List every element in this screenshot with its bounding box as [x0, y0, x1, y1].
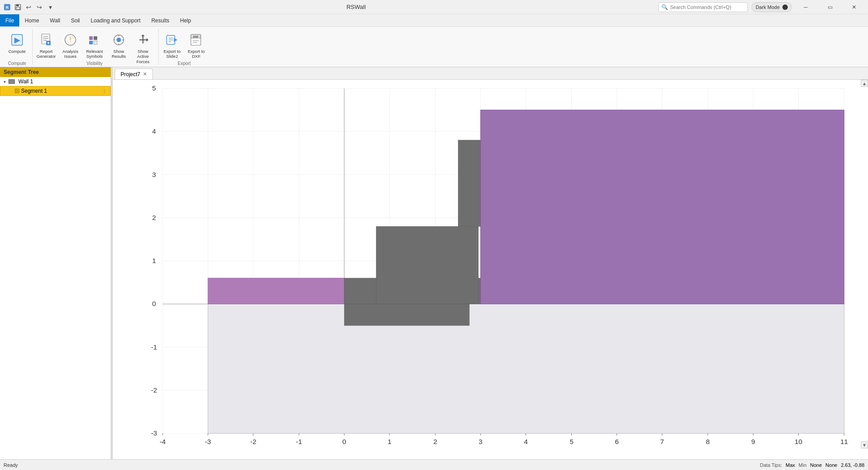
- titlebar: R ↩ ↪ ▾ RSWall 🔍 Dark Mode ─ ▭ ✕: [0, 0, 868, 14]
- save-icon[interactable]: [14, 4, 22, 11]
- wall-base-2: [344, 304, 469, 326]
- svg-marker-33: [174, 38, 177, 42]
- purple-left-soil: [208, 278, 344, 304]
- quick-access-more-icon[interactable]: ▾: [47, 4, 54, 11]
- ribbon: ▶ Compute Compute ▼: [0, 27, 868, 67]
- show-results-label: Show Results: [108, 49, 129, 59]
- svg-text:0: 0: [342, 438, 346, 445]
- export-dxf-button[interactable]: DXF Export to DXF: [185, 30, 208, 59]
- tab-bar: Project7 ✕: [113, 67, 868, 80]
- report-generator-button[interactable]: ▼ Report Generator: [35, 30, 58, 59]
- export-slide2-icon: [165, 33, 179, 47]
- wall-upper: [458, 140, 481, 227]
- chart-container[interactable]: -4 -3 -2 -1 0 1 2 3 4 5 6 7 8 9 10 11 5 …: [113, 80, 868, 459]
- menu-item-file[interactable]: File: [0, 14, 19, 26]
- search-input[interactable]: [670, 4, 737, 10]
- svg-text:1: 1: [388, 438, 392, 445]
- compute-icon: ▶: [10, 33, 24, 47]
- minimize-button[interactable]: ─: [795, 0, 816, 14]
- svg-text:-1: -1: [151, 343, 157, 351]
- maximize-button[interactable]: ▭: [820, 0, 840, 14]
- purple-right-backfill: [480, 110, 844, 304]
- underground-rect: [208, 304, 844, 434]
- menu-item-home[interactable]: Home: [19, 14, 44, 26]
- ribbon-group-export-buttons: Export to Slide2 DXF Export to DXF: [160, 29, 208, 59]
- tree-item-wall1[interactable]: ▾ Wall 1: [0, 77, 111, 86]
- expand-icon: ▾: [4, 79, 6, 84]
- svg-text:-2: -2: [250, 438, 256, 445]
- svg-point-20: [117, 38, 121, 42]
- data-tips-label: Data Tips:: [760, 462, 782, 468]
- svg-rect-16: [94, 36, 97, 40]
- svg-text:11: 11: [840, 438, 848, 445]
- segment1-label: Segment 1: [21, 88, 47, 94]
- report-generator-icon: ▼: [39, 33, 53, 47]
- menu-item-help[interactable]: Help: [175, 14, 197, 26]
- tree-item-segment1[interactable]: Segment 1 ⋮: [0, 86, 111, 96]
- svg-rect-17: [89, 41, 93, 44]
- export-slide2-button[interactable]: Export to Slide2: [160, 30, 184, 59]
- analysis-issues-label: Analysis Issues: [60, 49, 81, 59]
- ribbon-group-visibility: ▼ Report Generator ! Analysis Issues: [33, 29, 159, 65]
- segment-tree-title: Segment Tree: [4, 69, 39, 75]
- svg-text:8: 8: [706, 438, 710, 445]
- titlebar-left: R ↩ ↪ ▾: [4, 4, 54, 11]
- relevant-symbols-button[interactable]: Relevant Symbols: [83, 30, 106, 59]
- svg-text:R: R: [6, 5, 9, 10]
- svg-text:DXF: DXF: [193, 35, 199, 38]
- wall-middle: [376, 226, 478, 304]
- compute-button[interactable]: ▶ Compute: [5, 30, 29, 59]
- svg-text:7: 7: [660, 438, 664, 445]
- dark-mode-label: Dark Mode: [756, 4, 780, 10]
- svg-text:-3: -3: [205, 438, 211, 445]
- export-dxf-icon: DXF: [189, 33, 203, 47]
- svg-text:5: 5: [152, 84, 156, 92]
- compute-group-label: Compute: [5, 59, 29, 67]
- tab-project7-label: Project7: [121, 71, 140, 78]
- report-generator-label: Report Generator: [36, 49, 56, 59]
- scroll-down-arrow[interactable]: ▼: [861, 441, 868, 448]
- svg-marker-26: [147, 38, 148, 42]
- svg-text:4: 4: [152, 127, 156, 135]
- svg-text:9: 9: [751, 438, 755, 445]
- titlebar-right: 🔍 Dark Mode ─ ▭ ✕: [658, 0, 864, 14]
- svg-text:-4: -4: [160, 438, 166, 445]
- analysis-issues-icon: !: [63, 33, 78, 47]
- max-value: Max: [786, 462, 795, 468]
- main-layout: Segment Tree ▾ Wall 1 Segment 1 ⋮ Projec…: [0, 67, 868, 459]
- statusbar-right: Data Tips: Max Min None None 2.63, -0.88: [760, 462, 864, 468]
- svg-text:6: 6: [615, 438, 619, 445]
- dark-mode-toggle[interactable]: Dark Mode: [751, 2, 792, 12]
- tab-project7-close[interactable]: ✕: [143, 71, 147, 77]
- ribbon-group-compute-buttons: ▶ Compute: [5, 29, 29, 59]
- redo-icon[interactable]: ↪: [36, 4, 43, 11]
- svg-marker-28: [141, 34, 145, 36]
- menu-item-results[interactable]: Results: [146, 14, 175, 26]
- svg-rect-15: [89, 36, 93, 40]
- svg-text:-2: -2: [151, 386, 157, 394]
- search-bar[interactable]: 🔍: [658, 2, 748, 12]
- scroll-up-arrow[interactable]: ▲: [861, 80, 868, 87]
- svg-text:4: 4: [524, 438, 528, 445]
- svg-text:1: 1: [152, 257, 156, 264]
- menu-item-wall[interactable]: Wall: [44, 14, 65, 26]
- ribbon-group-export: Export to Slide2 DXF Export to DXF Expor…: [159, 29, 212, 65]
- menu-item-soil[interactable]: Soil: [65, 14, 85, 26]
- show-active-forces-button[interactable]: Show Active Forces: [131, 30, 155, 59]
- segment-tree-panel: Segment Tree ▾ Wall 1 Segment 1 ⋮: [0, 67, 111, 459]
- svg-text:0: 0: [152, 300, 156, 307]
- close-button[interactable]: ✕: [844, 0, 864, 14]
- chart-svg: -4 -3 -2 -1 0 1 2 3 4 5 6 7 8 9 10 11 5 …: [113, 80, 868, 459]
- menu-item-loading-and-support[interactable]: Loading and Support: [85, 14, 146, 26]
- analysis-issues-button[interactable]: ! Analysis Issues: [59, 30, 82, 59]
- undo-icon[interactable]: ↩: [25, 4, 32, 11]
- toggle-dot: [782, 4, 788, 10]
- show-results-button[interactable]: Show Results: [107, 30, 130, 59]
- relevant-symbols-label: Relevant Symbols: [84, 49, 105, 59]
- relevant-symbols-icon: [87, 33, 102, 47]
- svg-text:5: 5: [570, 438, 574, 445]
- none-value: None: [825, 462, 837, 468]
- statusbar: Ready Data Tips: Max Min None None 2.63,…: [0, 459, 868, 470]
- tab-project7[interactable]: Project7 ✕: [115, 69, 153, 79]
- search-icon: 🔍: [661, 4, 668, 10]
